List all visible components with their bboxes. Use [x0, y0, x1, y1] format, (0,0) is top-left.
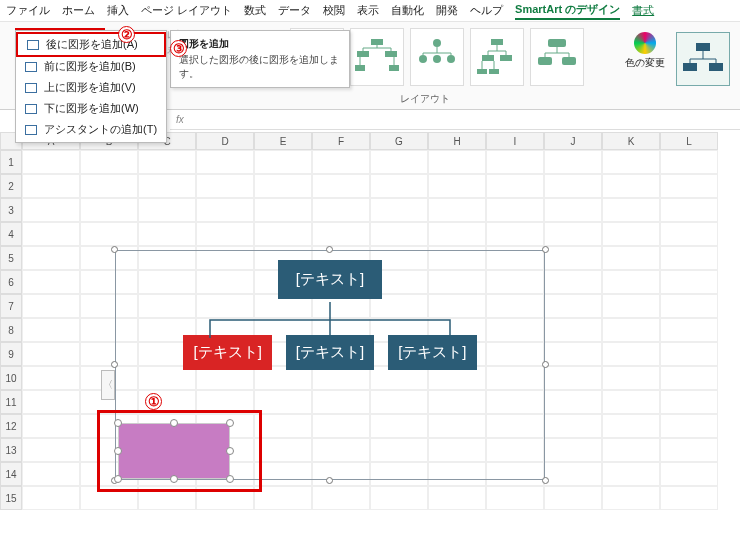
menu-file[interactable]: ファイル	[6, 3, 50, 18]
svg-rect-5	[357, 51, 369, 57]
shape-handle[interactable]	[170, 475, 178, 483]
add-shape-dropdown: 後に図形を追加(A) 前に図形を追加(B) 上に図形を追加(V) 下に図形を追加…	[15, 30, 167, 143]
tooltip: 図形を追加 選択した図形の後に図形を追加します。	[170, 30, 350, 88]
svg-rect-22	[683, 63, 697, 71]
row-15[interactable]: 15	[0, 486, 22, 510]
org-node[interactable]: [テキスト]	[388, 335, 476, 370]
add-above-icon	[24, 82, 38, 94]
org-node-top[interactable]: [テキスト]	[278, 260, 382, 299]
menu-insert[interactable]: 挿入	[107, 3, 129, 18]
org-node-selected[interactable]: [テキスト]	[183, 335, 271, 370]
resize-handle[interactable]	[111, 361, 118, 368]
col-K[interactable]: K	[602, 132, 660, 150]
resize-handle[interactable]	[326, 246, 333, 253]
callout-3: ③	[170, 40, 187, 57]
resize-handle[interactable]	[542, 246, 549, 253]
row-4[interactable]: 4	[0, 222, 22, 246]
menu-help[interactable]: ヘルプ	[470, 3, 503, 18]
new-shape-highlight	[97, 410, 262, 492]
callout-1: ①	[145, 393, 162, 410]
layout-thumb-3[interactable]	[410, 28, 464, 86]
menu-formulas[interactable]: 数式	[244, 3, 266, 18]
row-14[interactable]: 14	[0, 462, 22, 486]
shape-handle[interactable]	[226, 475, 234, 483]
add-below-icon	[24, 103, 38, 115]
callout-2: ②	[118, 26, 135, 43]
layout-thumb-2[interactable]	[350, 28, 404, 86]
menu-view[interactable]: 表示	[357, 3, 379, 18]
row-2[interactable]: 2	[0, 174, 22, 198]
dropdown-add-below[interactable]: 下に図形を追加(W)	[16, 98, 166, 119]
resize-handle[interactable]	[542, 477, 549, 484]
col-D[interactable]: D	[196, 132, 254, 150]
dropdown-add-assistant[interactable]: アシスタントの追加(T)	[16, 119, 166, 140]
tooltip-body: 選択した図形の後に図形を追加します。	[179, 53, 341, 81]
row-10[interactable]: 10	[0, 366, 22, 390]
shape-handle[interactable]	[114, 447, 122, 455]
row-9[interactable]: 9	[0, 342, 22, 366]
color-change-button[interactable]: 色の変更	[625, 32, 665, 70]
col-F[interactable]: F	[312, 132, 370, 150]
menu-smartart-design[interactable]: SmartArt のデザイン	[515, 2, 620, 20]
dropdown-add-above-label: 上に図形を追加(V)	[44, 80, 136, 95]
new-shape[interactable]	[118, 423, 230, 479]
menu-format[interactable]: 書式	[632, 3, 654, 18]
svg-rect-15	[500, 55, 512, 61]
style-thumb[interactable]	[676, 32, 730, 86]
resize-handle[interactable]	[326, 477, 333, 484]
row-6[interactable]: 6	[0, 270, 22, 294]
layout-thumb-4[interactable]	[470, 28, 524, 86]
menu-data[interactable]: データ	[278, 3, 311, 18]
menu-review[interactable]: 校閲	[323, 3, 345, 18]
add-assistant-icon	[24, 124, 38, 136]
layout-thumb-5[interactable]	[530, 28, 584, 86]
resize-handle[interactable]	[111, 246, 118, 253]
svg-point-9	[433, 39, 441, 47]
add-before-icon	[24, 61, 38, 73]
svg-rect-8	[389, 65, 399, 71]
row-3[interactable]: 3	[0, 198, 22, 222]
dropdown-add-below-label: 下に図形を追加(W)	[44, 101, 139, 116]
row-11[interactable]: 11	[0, 390, 22, 414]
resize-handle[interactable]	[542, 361, 549, 368]
menubar: ファイル ホーム 挿入 ページ レイアウト 数式 データ 校閲 表示 自動化 開…	[0, 0, 740, 22]
menu-automate[interactable]: 自動化	[391, 3, 424, 18]
svg-rect-21	[696, 43, 710, 51]
shape-handle[interactable]	[170, 419, 178, 427]
svg-rect-6	[385, 51, 397, 57]
text-pane-toggle[interactable]: 〈	[101, 370, 115, 400]
col-L[interactable]: L	[660, 132, 718, 150]
row-12[interactable]: 12	[0, 414, 22, 438]
layout-group-label: レイアウト	[400, 92, 450, 106]
menu-pagelayout[interactable]: ページ レイアウト	[141, 3, 232, 18]
dropdown-add-above[interactable]: 上に図形を追加(V)	[16, 77, 166, 98]
menu-developer[interactable]: 開発	[436, 3, 458, 18]
svg-point-12	[447, 55, 455, 63]
smartart-object[interactable]: 〈 [テキスト] [テキスト] [テキスト] [テキスト] ①	[115, 250, 545, 480]
menu-home[interactable]: ホーム	[62, 3, 95, 18]
shape-handle[interactable]	[226, 447, 234, 455]
row-7[interactable]: 7	[0, 294, 22, 318]
col-G[interactable]: G	[370, 132, 428, 150]
col-J[interactable]: J	[544, 132, 602, 150]
dropdown-add-after[interactable]: 後に図形を追加(A)	[16, 32, 166, 57]
svg-rect-18	[548, 39, 566, 47]
svg-rect-14	[482, 55, 494, 61]
row-5[interactable]: 5	[0, 246, 22, 270]
row-1[interactable]: 1	[0, 150, 22, 174]
row-8[interactable]: 8	[0, 318, 22, 342]
dropdown-add-before[interactable]: 前に図形を追加(B)	[16, 56, 166, 77]
col-E[interactable]: E	[254, 132, 312, 150]
dropdown-add-assistant-label: アシスタントの追加(T)	[44, 122, 157, 137]
svg-rect-7	[355, 65, 365, 71]
svg-rect-17	[489, 69, 499, 74]
shape-handle[interactable]	[114, 475, 122, 483]
org-node[interactable]: [テキスト]	[286, 335, 374, 370]
col-I[interactable]: I	[486, 132, 544, 150]
shape-handle[interactable]	[114, 419, 122, 427]
col-H[interactable]: H	[428, 132, 486, 150]
fx-label: fx	[176, 114, 184, 125]
row-13[interactable]: 13	[0, 438, 22, 462]
shape-handle[interactable]	[226, 419, 234, 427]
formula-bar[interactable]: fx	[170, 110, 740, 130]
